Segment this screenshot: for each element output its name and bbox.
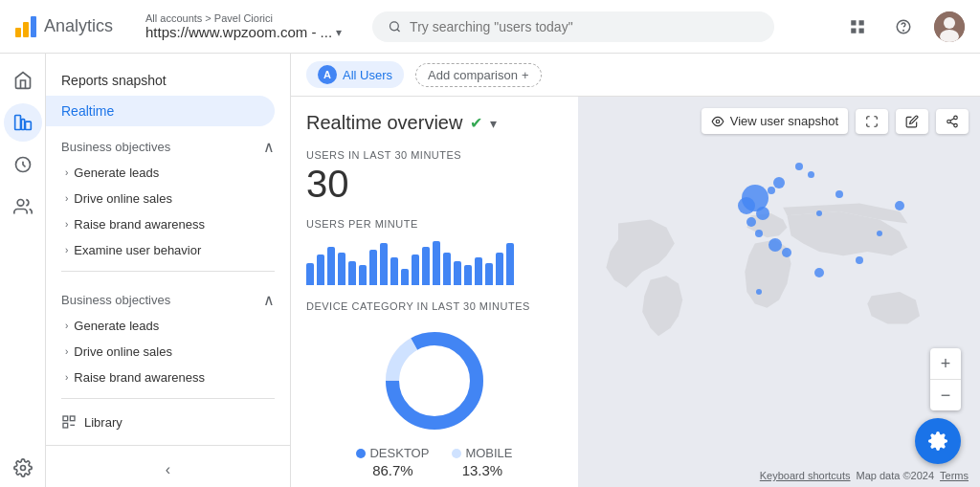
users-30min-section: USERS IN LAST 30 MINUTES 30 bbox=[306, 149, 563, 203]
section1-header: Business objectives ∧ bbox=[46, 126, 290, 160]
content-topbar: A All Users Add comparison + bbox=[291, 54, 980, 97]
bar-chart-bar bbox=[433, 241, 440, 285]
logo-bar-1 bbox=[15, 28, 21, 37]
map-controls: View user snapshot bbox=[702, 108, 969, 134]
bar-chart-bar bbox=[338, 253, 345, 286]
sidebar-icon-audience[interactable] bbox=[4, 188, 42, 226]
logo-bar-3 bbox=[31, 16, 36, 37]
avatar[interactable] bbox=[934, 11, 965, 42]
sidebar-icon-explore[interactable] bbox=[4, 145, 42, 184]
sidebar-icon-settings[interactable] bbox=[4, 449, 42, 487]
svg-rect-11 bbox=[21, 120, 24, 130]
bar-chart-bar bbox=[464, 265, 472, 285]
map-dot bbox=[773, 177, 785, 188]
fullscreen-button[interactable] bbox=[856, 109, 888, 134]
bar-chart-bar bbox=[454, 261, 461, 285]
users-per-min-label: USERS PER MINUTE bbox=[306, 218, 563, 230]
legend-desktop: DESKTOP 86.7% bbox=[356, 446, 429, 478]
edit-icon bbox=[905, 115, 919, 128]
topbar: Analytics All accounts > Pavel Ciorici h… bbox=[0, 0, 980, 54]
search-input[interactable] bbox=[410, 19, 759, 34]
arrow-right-icon: › bbox=[65, 193, 68, 204]
map-dot bbox=[814, 268, 824, 277]
logo-area: Analytics bbox=[15, 16, 130, 37]
bar-chart-bar bbox=[475, 257, 482, 285]
chevron-down-icon: ▾ bbox=[336, 26, 342, 39]
sidebar-bottom: ‹ bbox=[46, 445, 290, 487]
section1-title: Business objectives bbox=[61, 140, 170, 154]
bar-chart-bar bbox=[390, 257, 398, 285]
svg-point-25 bbox=[954, 123, 958, 127]
sidebar: Reports snapshot Realtime Business objec… bbox=[46, 54, 291, 487]
sidebar-divider-2 bbox=[61, 398, 275, 399]
green-check-icon: ✔ bbox=[470, 114, 482, 132]
users-30min-label: USERS IN LAST 30 MINUTES bbox=[306, 149, 563, 161]
device-category-label: DEVICE CATEGORY IN LAST 30 MINUTES bbox=[306, 300, 563, 312]
sidebar-item-raise-brand-1[interactable]: › Raise brand awareness bbox=[46, 211, 290, 237]
share-icon bbox=[946, 115, 959, 128]
bar-chart-bar bbox=[317, 255, 324, 285]
breadcrumb-url[interactable]: https://www.wpzoom.com - ... ▾ bbox=[145, 24, 342, 40]
fullscreen-icon bbox=[865, 115, 879, 128]
main-layout: Reports snapshot Realtime Business objec… bbox=[0, 54, 980, 487]
sidebar-item-drive-online-sales-2[interactable]: › Drive online sales bbox=[46, 339, 290, 365]
map-dot bbox=[768, 187, 775, 194]
desktop-value: 86.7% bbox=[372, 462, 413, 478]
svg-point-8 bbox=[944, 17, 955, 29]
sidebar-item-realtime[interactable]: Realtime bbox=[46, 96, 275, 126]
add-comparison-button[interactable]: Add comparison + bbox=[415, 63, 542, 87]
sidebar-item-drive-online-sales-1[interactable]: › Drive online sales bbox=[46, 186, 290, 211]
zoom-out-button[interactable]: − bbox=[930, 380, 961, 410]
sidebar-icons bbox=[0, 54, 46, 487]
bar-chart-bar bbox=[327, 247, 335, 285]
chevron-down-icon[interactable]: ▾ bbox=[490, 116, 497, 131]
search-bar[interactable] bbox=[372, 11, 774, 42]
arrow-right-icon: › bbox=[65, 245, 68, 255]
zoom-in-button[interactable]: + bbox=[930, 348, 961, 379]
arrow-right-icon: › bbox=[65, 167, 68, 178]
bar-chart-bar bbox=[369, 250, 377, 285]
view-snapshot-button[interactable]: View user snapshot bbox=[702, 108, 848, 134]
svg-rect-17 bbox=[70, 416, 75, 421]
svg-point-14 bbox=[17, 200, 24, 207]
right-panel: View user snapshot bbox=[578, 97, 980, 487]
svg-point-22 bbox=[716, 120, 720, 123]
collapse-button[interactable]: ‹ bbox=[46, 454, 290, 486]
sidebar-icon-home[interactable] bbox=[4, 61, 42, 100]
help-icon-button[interactable] bbox=[888, 11, 919, 42]
edit-button[interactable] bbox=[896, 109, 928, 134]
arrow-right-icon: › bbox=[65, 372, 68, 383]
sidebar-item-generate-leads-2[interactable]: › Generate leads bbox=[46, 313, 290, 339]
desktop-dot bbox=[356, 449, 366, 458]
svg-rect-4 bbox=[859, 28, 864, 33]
main-content: Realtime overview ✔ ▾ USERS IN LAST 30 M… bbox=[291, 97, 980, 487]
arrow-right-icon: › bbox=[65, 321, 68, 331]
sidebar-item-raise-brand-2[interactable]: › Raise brand awareness bbox=[46, 365, 290, 390]
chevron-up-icon[interactable]: ∧ bbox=[263, 138, 275, 156]
svg-rect-18 bbox=[63, 423, 68, 428]
bar-chart-bar bbox=[443, 253, 451, 286]
grid-icon-button[interactable] bbox=[842, 11, 873, 42]
mobile-value: 13.3% bbox=[462, 462, 503, 478]
chevron-up-icon-2[interactable]: ∧ bbox=[263, 291, 275, 309]
all-users-badge[interactable]: A All Users bbox=[306, 61, 404, 88]
users-30min-value: 30 bbox=[306, 165, 563, 203]
sidebar-item-generate-leads-1[interactable]: › Generate leads bbox=[46, 160, 290, 186]
zoom-buttons: + − bbox=[930, 348, 961, 410]
sidebar-item-library[interactable]: Library bbox=[46, 407, 290, 437]
map-dot bbox=[835, 190, 843, 198]
svg-point-23 bbox=[954, 116, 958, 120]
share-button[interactable] bbox=[936, 109, 969, 134]
search-icon bbox=[388, 19, 402, 34]
svg-rect-2 bbox=[859, 20, 864, 25]
sidebar-icon-realtime[interactable] bbox=[4, 103, 42, 142]
app-title: Analytics bbox=[44, 16, 113, 36]
sidebar-content: Reports snapshot Realtime Business objec… bbox=[46, 54, 290, 445]
reports-snapshot-label: Reports snapshot bbox=[46, 61, 290, 96]
realtime-overview-title: Realtime overview ✔ ▾ bbox=[306, 112, 563, 134]
arrow-right-icon: › bbox=[65, 219, 68, 230]
badge-letter: A bbox=[318, 65, 337, 84]
bar-chart-bar bbox=[306, 263, 314, 285]
map-fab-button[interactable] bbox=[915, 418, 961, 464]
sidebar-item-examine-user-1[interactable]: › Examine user behavior bbox=[46, 237, 290, 263]
